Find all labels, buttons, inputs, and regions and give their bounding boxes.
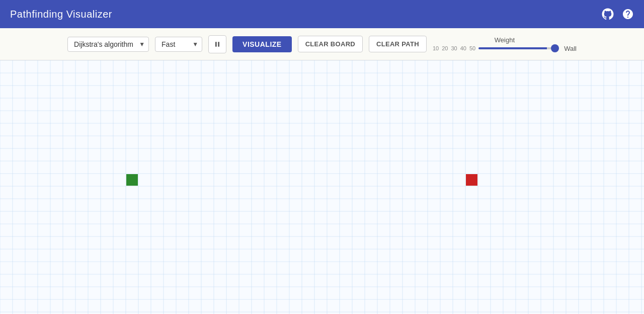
header-icons — [602, 8, 634, 20]
algorithm-dropdown[interactable]: Dijkstra's algorithm A* Search Greedy BF… — [67, 37, 149, 52]
pause-icon — [213, 40, 221, 48]
speed-dropdown[interactable]: Slow Medium Fast — [155, 37, 202, 52]
clear-path-button[interactable]: CLEAR PATH — [369, 36, 427, 52]
visualize-button[interactable]: VISUALIZE — [232, 36, 292, 52]
app-title: Pathfinding Visualizer — [10, 9, 112, 20]
weight-tick-50: 50 — [469, 45, 475, 51]
grid-canvas[interactable] — [0, 60, 644, 314]
weight-slider[interactable] — [478, 47, 559, 49]
grid-container — [0, 60, 644, 314]
weight-tick-10: 10 — [433, 45, 439, 51]
weight-tick-30: 30 — [451, 45, 457, 51]
weight-tick-40: 40 — [460, 45, 466, 51]
help-icon[interactable] — [622, 8, 634, 20]
clear-board-button[interactable]: CLEAR BOARD — [298, 36, 363, 52]
speed-dropdown-wrapper: Slow Medium Fast ▼ — [155, 37, 202, 52]
algorithm-dropdown-wrapper: Dijkstra's algorithm A* Search Greedy BF… — [67, 37, 149, 52]
weight-row: 10 20 30 40 50 Wall — [433, 45, 577, 52]
wall-label: Wall — [564, 45, 577, 52]
weight-label: Weight — [495, 36, 515, 44]
toolbar: Dijkstra's algorithm A* Search Greedy BF… — [0, 28, 644, 60]
weight-tick-20: 20 — [442, 45, 448, 51]
weight-section: Weight 10 20 30 40 50 Wall — [433, 36, 577, 52]
header: Pathfinding Visualizer — [0, 0, 644, 28]
pause-button[interactable] — [208, 35, 226, 53]
github-icon[interactable] — [602, 8, 614, 20]
